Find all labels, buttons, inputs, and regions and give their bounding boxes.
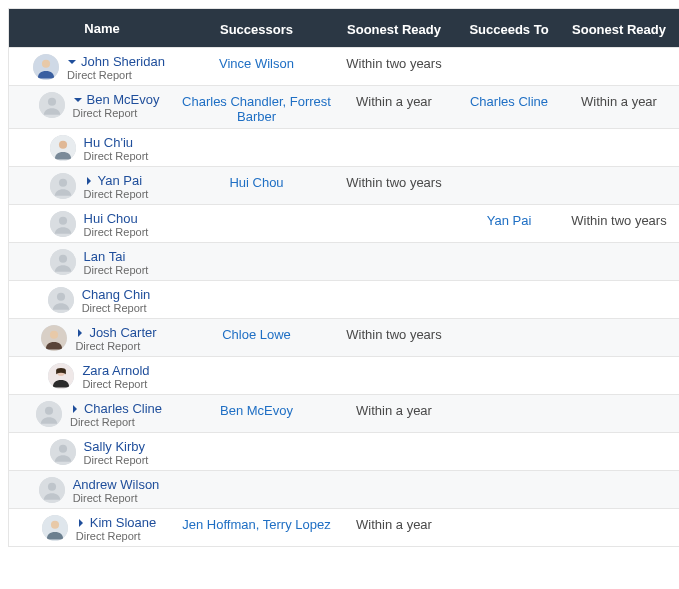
ready-text: Within two years bbox=[334, 56, 454, 71]
avatar[interactable] bbox=[50, 135, 76, 161]
succeeds-to-link[interactable]: Yan Pai bbox=[454, 213, 564, 228]
table-header: Name Successors Soonest Ready Succeeds T… bbox=[9, 9, 679, 47]
cell-successors: Vince Wilson bbox=[179, 54, 334, 71]
cell-succeeds-to bbox=[454, 515, 564, 517]
successors-link[interactable]: Jen Hoffman, Terry Lopez bbox=[179, 517, 334, 532]
cell-soonest-ready-1 bbox=[334, 439, 454, 441]
successors-link[interactable]: Vince Wilson bbox=[179, 56, 334, 71]
successors-link[interactable]: Chloe Lowe bbox=[179, 327, 334, 342]
person-name-link[interactable]: Zara Arnold bbox=[82, 363, 149, 378]
table-row: Hu Ch'iuDirect Report bbox=[9, 128, 679, 166]
header-soonest-ready-1[interactable]: Soonest Ready bbox=[334, 20, 454, 37]
avatar[interactable] bbox=[33, 54, 59, 80]
chevron-down-icon[interactable] bbox=[73, 95, 83, 105]
avatar[interactable] bbox=[48, 287, 74, 313]
ready-text: Within two years bbox=[334, 327, 454, 342]
avatar[interactable] bbox=[48, 363, 74, 389]
table-row: Josh CarterDirect ReportChloe LoweWithin… bbox=[9, 318, 679, 356]
cell-soonest-ready-1: Within two years bbox=[334, 54, 454, 71]
person-name-link[interactable]: Sally Kirby bbox=[84, 439, 145, 454]
avatar[interactable] bbox=[36, 401, 62, 427]
relation-label: Direct Report bbox=[73, 107, 160, 119]
cell-succeeds-to bbox=[454, 363, 564, 365]
cell-soonest-ready-1 bbox=[334, 135, 454, 137]
cell-name: Lan TaiDirect Report bbox=[9, 249, 179, 276]
header-name[interactable]: Name bbox=[9, 21, 179, 36]
cell-soonest-ready-1 bbox=[334, 477, 454, 479]
cell-soonest-ready-2 bbox=[564, 173, 674, 175]
header-successors[interactable]: Successors bbox=[179, 20, 334, 37]
relation-label: Direct Report bbox=[75, 340, 156, 352]
table-body: John SheridanDirect ReportVince WilsonWi… bbox=[9, 47, 679, 546]
person-name-link[interactable]: Hu Ch'iu bbox=[84, 135, 133, 150]
cell-name: John SheridanDirect Report bbox=[9, 54, 179, 81]
avatar[interactable] bbox=[50, 249, 76, 275]
ready-text: Within two years bbox=[564, 213, 674, 228]
cell-soonest-ready-2: Within a year bbox=[564, 92, 674, 109]
person-name-link[interactable]: John Sheridan bbox=[81, 54, 165, 69]
cell-succeeds-to: Charles Cline bbox=[454, 92, 564, 109]
cell-soonest-ready-2 bbox=[564, 363, 674, 365]
cell-succeeds-to bbox=[454, 439, 564, 441]
person-name-link[interactable]: Andrew Wilson bbox=[73, 477, 160, 492]
table-row: Lan TaiDirect Report bbox=[9, 242, 679, 280]
svg-point-5 bbox=[59, 141, 67, 149]
chevron-right-icon[interactable] bbox=[70, 404, 80, 414]
avatar[interactable] bbox=[42, 515, 68, 541]
cell-successors bbox=[179, 439, 334, 441]
cell-soonest-ready-1: Within two years bbox=[334, 173, 454, 190]
cell-succeeds-to bbox=[454, 249, 564, 251]
successors-link[interactable]: Hui Chou bbox=[179, 175, 334, 190]
cell-successors: Jen Hoffman, Terry Lopez bbox=[179, 515, 334, 532]
relation-label: Direct Report bbox=[84, 150, 149, 162]
chevron-right-icon[interactable] bbox=[84, 176, 94, 186]
cell-soonest-ready-2 bbox=[564, 401, 674, 403]
cell-successors bbox=[179, 211, 334, 213]
person-name-link[interactable]: Charles Cline bbox=[84, 401, 162, 416]
svg-point-1 bbox=[42, 60, 50, 68]
header-succeeds-to[interactable]: Succeeds To bbox=[454, 20, 564, 37]
cell-succeeds-to bbox=[454, 287, 564, 289]
person-name-link[interactable]: Kim Sloane bbox=[90, 515, 156, 530]
relation-label: Direct Report bbox=[84, 454, 149, 466]
chevron-down-icon[interactable] bbox=[67, 57, 77, 67]
cell-succeeds-to bbox=[454, 173, 564, 175]
person-name-link[interactable]: Josh Carter bbox=[89, 325, 156, 340]
person-name-link[interactable]: Yan Pai bbox=[98, 173, 143, 188]
successors-link[interactable]: Charles Chandler, Forrest Barber bbox=[179, 94, 334, 124]
cell-soonest-ready-2 bbox=[564, 287, 674, 289]
header-soonest-ready-2[interactable]: Soonest Ready bbox=[564, 20, 674, 37]
person-name-link[interactable]: Chang Chin bbox=[82, 287, 151, 302]
avatar[interactable] bbox=[41, 325, 67, 351]
cell-successors bbox=[179, 363, 334, 365]
cell-soonest-ready-2 bbox=[564, 249, 674, 251]
table-row: Yan PaiDirect ReportHui ChouWithin two y… bbox=[9, 166, 679, 204]
relation-label: Direct Report bbox=[84, 188, 149, 200]
table-row: Ben McEvoyDirect ReportCharles Chandler,… bbox=[9, 85, 679, 128]
avatar[interactable] bbox=[39, 92, 65, 118]
cell-successors: Chloe Lowe bbox=[179, 325, 334, 342]
person-name-link[interactable]: Lan Tai bbox=[84, 249, 126, 264]
cell-succeeds-to bbox=[454, 325, 564, 327]
chevron-right-icon[interactable] bbox=[75, 328, 85, 338]
person-name-link[interactable]: Ben McEvoy bbox=[87, 92, 160, 107]
succeeds-to-link[interactable]: Charles Cline bbox=[454, 94, 564, 109]
cell-name: Ben McEvoyDirect Report bbox=[9, 92, 179, 119]
table-row: Kim SloaneDirect ReportJen Hoffman, Terr… bbox=[9, 508, 679, 546]
cell-soonest-ready-2 bbox=[564, 325, 674, 327]
cell-successors: Ben McEvoy bbox=[179, 401, 334, 418]
avatar[interactable] bbox=[50, 439, 76, 465]
cell-name: Josh CarterDirect Report bbox=[9, 325, 179, 352]
chevron-right-icon[interactable] bbox=[76, 518, 86, 528]
svg-point-3 bbox=[47, 98, 55, 106]
cell-soonest-ready-1 bbox=[334, 287, 454, 289]
person-name-link[interactable]: Hui Chou bbox=[84, 211, 138, 226]
successors-link[interactable]: Ben McEvoy bbox=[179, 403, 334, 418]
svg-point-21 bbox=[59, 445, 67, 453]
avatar[interactable] bbox=[50, 211, 76, 237]
relation-label: Direct Report bbox=[84, 226, 149, 238]
avatar[interactable] bbox=[50, 173, 76, 199]
cell-name: Chang ChinDirect Report bbox=[9, 287, 179, 314]
ready-text: Within a year bbox=[334, 94, 454, 109]
avatar[interactable] bbox=[39, 477, 65, 503]
